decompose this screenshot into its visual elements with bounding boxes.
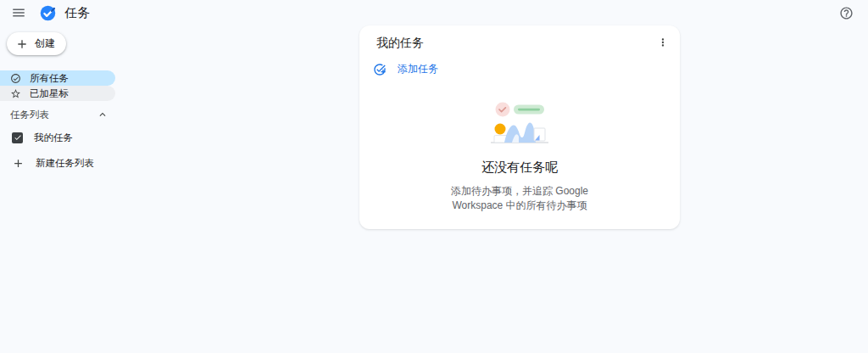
tasks-logo-icon xyxy=(39,4,57,22)
checked-checkbox-icon xyxy=(12,132,23,143)
hamburger-icon[interactable] xyxy=(8,3,29,23)
add-task-button[interactable]: 添加任务 xyxy=(373,62,438,76)
empty-tasks-illustration xyxy=(486,100,554,149)
new-list-label: 新建任务列表 xyxy=(36,157,94,170)
card-title: 我的任务 xyxy=(376,36,424,51)
sidebar-item-label: 所有任务 xyxy=(30,72,69,85)
create-button[interactable]: 创建 xyxy=(7,32,66,55)
chevron-up-icon[interactable] xyxy=(96,108,109,121)
sidebar-item-starred[interactable]: 已加星标 xyxy=(0,86,115,101)
sidebar-item-label: 已加星标 xyxy=(30,87,69,100)
task-lists-header-label: 任务列表 xyxy=(10,109,49,121)
empty-state-description-line2: Workspace 中的所有待办事项 xyxy=(451,199,588,213)
check-circle-icon xyxy=(10,73,21,84)
help-icon[interactable] xyxy=(837,4,854,21)
add-task-label: 添加任务 xyxy=(398,62,438,76)
topbar: 任务 xyxy=(0,0,868,25)
sidebar-nav: 所有任务 已加星标 xyxy=(0,70,123,101)
task-lists-section-header: 任务列表 xyxy=(0,108,123,121)
card-header: 我的任务 xyxy=(359,25,680,51)
add-task-icon xyxy=(373,63,387,76)
empty-state-title: 还没有任务呢 xyxy=(481,160,558,176)
create-button-label: 创建 xyxy=(35,36,55,51)
task-list-card: 我的任务 添加任务 还没有任务呢 xyxy=(359,25,680,229)
empty-state-description-line1: 添加待办事项，并追踪 Google xyxy=(451,184,588,199)
app-title: 任务 xyxy=(64,5,90,21)
empty-state: 还没有任务呢 添加待办事项，并追踪 Google Workspace 中的所有待… xyxy=(359,100,680,213)
empty-state-description: 添加待办事项，并追踪 Google Workspace 中的所有待办事项 xyxy=(451,184,588,213)
sidebar-new-list-button[interactable]: 新建任务列表 xyxy=(0,156,123,170)
list-item-label: 我的任务 xyxy=(34,132,73,144)
plus-icon xyxy=(12,157,25,170)
plus-icon xyxy=(15,37,29,51)
sidebar-list-my-tasks[interactable]: 我的任务 xyxy=(0,131,123,144)
sidebar: 创建 所有任务 已加星标 任务列表 我的任务 新建任务列表 xyxy=(0,25,123,170)
sidebar-item-all-tasks[interactable]: 所有任务 xyxy=(0,70,115,86)
star-icon xyxy=(10,88,21,99)
kebab-menu-icon[interactable] xyxy=(654,34,671,51)
